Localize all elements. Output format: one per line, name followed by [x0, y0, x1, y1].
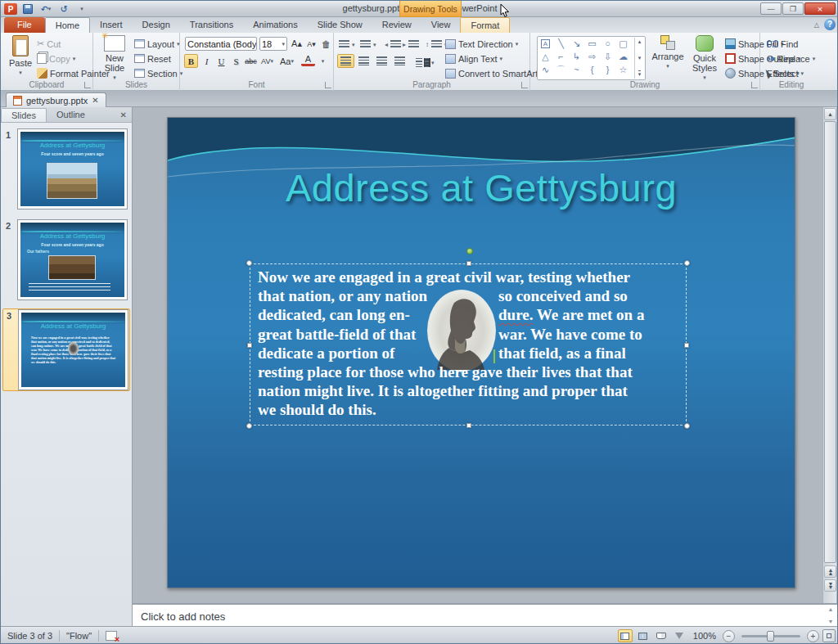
- italic-button[interactable]: I: [200, 54, 214, 68]
- bold-button[interactable]: B: [184, 54, 198, 68]
- fit-slide-to-window-button[interactable]: [822, 629, 836, 642]
- resize-handle-left[interactable]: [247, 343, 252, 348]
- clipboard-dialog-launcher-icon[interactable]: [84, 82, 91, 88]
- shape-triangle-icon[interactable]: △: [538, 50, 553, 63]
- minimize-button[interactable]: —: [760, 2, 782, 15]
- character-spacing-button[interactable]: AV▾: [260, 54, 274, 68]
- justify-button[interactable]: [391, 54, 408, 68]
- slide-thumbnail-1[interactable]: 1 Address at Gettysburg Four score and s…: [2, 128, 130, 211]
- notes-scrollbar[interactable]: ▲▼: [825, 606, 836, 624]
- resize-handle-bottom-left[interactable]: [246, 423, 252, 429]
- tab-outline[interactable]: Outline: [47, 108, 95, 122]
- align-center-button[interactable]: [355, 54, 372, 68]
- new-slide-button[interactable]: New Slide▾: [98, 35, 131, 81]
- copy-button[interactable]: Copy▾: [37, 52, 75, 65]
- increase-indent-button[interactable]: ▸: [403, 38, 419, 52]
- shape-left-brace-icon[interactable]: {: [584, 63, 600, 76]
- shape-right-brace-icon[interactable]: }: [600, 63, 615, 76]
- scroll-up-icon[interactable]: ▲: [824, 108, 836, 120]
- strikethrough-button[interactable]: abc: [244, 54, 258, 68]
- notes-pane[interactable]: Click to add notes ▲▼: [133, 603, 838, 626]
- resize-handle-top[interactable]: [466, 261, 471, 266]
- scrollbar-thumb[interactable]: [824, 121, 836, 563]
- shape-arc-icon[interactable]: ⌒: [553, 63, 569, 76]
- drawing-dialog-launcher-icon[interactable]: [751, 82, 758, 88]
- tab-insert[interactable]: Insert: [90, 17, 133, 33]
- resize-handle-bottom-right[interactable]: [684, 423, 690, 429]
- tab-view[interactable]: View: [421, 17, 461, 33]
- zoom-in-button[interactable]: +: [807, 630, 819, 642]
- document-tab[interactable]: gettysburg.pptx ✕: [6, 92, 106, 107]
- font-dialog-launcher-icon[interactable]: [325, 82, 331, 88]
- text-shadow-button[interactable]: S: [229, 54, 243, 68]
- resize-handle-top-right[interactable]: [684, 260, 690, 266]
- gallery-more-icon[interactable]: ▾: [638, 70, 642, 78]
- section-button[interactable]: Section▾: [134, 66, 182, 80]
- font-color-button[interactable]: A: [301, 54, 315, 66]
- cut-button[interactable]: ✂Cut: [37, 37, 61, 51]
- quick-styles-button[interactable]: Quick Styles▾: [687, 35, 722, 81]
- layout-button[interactable]: Layout▾: [134, 37, 180, 51]
- bullets-button[interactable]: ▾: [339, 38, 355, 52]
- shape-elbow-connector-icon[interactable]: ⌐: [553, 50, 569, 63]
- font-name-combo[interactable]: Constantia (Body▾: [185, 37, 257, 51]
- slide-title-text[interactable]: Address at Gettysburg: [168, 165, 795, 210]
- notes-scroll-up-icon[interactable]: ▲: [828, 606, 834, 612]
- columns-button[interactable]: ▾: [416, 56, 435, 70]
- arrange-button[interactable]: Arrange▾: [650, 35, 686, 81]
- slide-thumbnail-3-selected[interactable]: 3 Address at Gettysburg Now we are engag…: [2, 308, 130, 391]
- slideshow-view-button[interactable]: [672, 629, 687, 642]
- shapes-gallery-scrollbar[interactable]: ▴ ▾ ▾: [634, 38, 644, 79]
- zoom-slider[interactable]: [741, 635, 800, 637]
- document-tab-close-icon[interactable]: ✕: [92, 96, 98, 105]
- tab-review[interactable]: Review: [372, 17, 421, 33]
- underline-button[interactable]: U: [214, 54, 228, 68]
- font-color-dropdown[interactable]: ▾: [316, 54, 330, 68]
- shapes-gallery[interactable]: A ╲ ↘ ▭ ○ ▢ △ ⌐ ↳ ⇨ ⇩ ☁ ∿ ⌒ ~ { }: [537, 36, 646, 80]
- reading-view-button[interactable]: [654, 629, 669, 642]
- shape-textbox-icon[interactable]: A: [538, 37, 553, 50]
- tab-slides[interactable]: Slides: [1, 108, 47, 122]
- font-size-combo[interactable]: 18▾: [259, 37, 287, 51]
- notes-placeholder[interactable]: Click to add notes: [141, 610, 225, 623]
- zoom-slider-thumb[interactable]: [767, 631, 774, 642]
- text-direction-button[interactable]: Text Direction▾: [445, 37, 518, 51]
- restore-button[interactable]: ❐: [782, 2, 804, 15]
- resize-handle-bottom[interactable]: [466, 423, 471, 428]
- notes-scroll-down-icon[interactable]: ▼: [828, 619, 834, 624]
- resize-handle-top-left[interactable]: [246, 260, 252, 266]
- tab-slide-show[interactable]: Slide Show: [308, 17, 372, 33]
- shape-curve-icon[interactable]: ~: [569, 63, 584, 76]
- decrease-indent-button[interactable]: ◂: [385, 38, 401, 52]
- reset-button[interactable]: Reset: [134, 52, 171, 65]
- slide-body-text[interactable]: Now we are engaged in a great civil war,…: [258, 268, 695, 420]
- align-left-button[interactable]: [337, 54, 354, 68]
- clear-formatting-button[interactable]: 🗑: [319, 37, 333, 51]
- align-right-button[interactable]: [373, 54, 390, 68]
- slide-canvas[interactable]: Address at Gettysburg: [167, 117, 795, 588]
- next-slide-button[interactable]: ▼▼: [824, 579, 836, 592]
- slide-number-indicator[interactable]: Slide 3 of 3: [7, 631, 52, 641]
- shape-scribble-icon[interactable]: ∿: [538, 63, 553, 76]
- shrink-font-button[interactable]: A▾: [304, 37, 318, 51]
- shape-rounded-rectangle-icon[interactable]: ▢: [615, 37, 631, 50]
- gallery-down-icon[interactable]: ▾: [638, 55, 642, 61]
- shape-oval-icon[interactable]: ○: [600, 37, 615, 50]
- align-text-button[interactable]: Align Text▾: [445, 52, 502, 65]
- shape-arrow-icon[interactable]: ↘: [569, 37, 584, 50]
- shape-elbow-arrow-icon[interactable]: ↳: [569, 50, 584, 63]
- slide-thumbnail-2[interactable]: 2 Address at Gettysburg Four score and s…: [2, 219, 130, 302]
- rotation-handle[interactable]: [466, 248, 473, 254]
- shape-right-arrow-icon[interactable]: ⇨: [584, 50, 600, 63]
- paste-button[interactable]: Paste▾: [4, 35, 37, 81]
- slide-sorter-view-button[interactable]: [636, 629, 651, 642]
- previous-slide-button[interactable]: ▲▲: [824, 565, 836, 578]
- vertical-scrollbar[interactable]: ▲ ▲▲ ▼▼: [822, 107, 836, 603]
- zoom-level-value[interactable]: 100%: [693, 631, 716, 641]
- theme-name-indicator[interactable]: "Flow": [66, 631, 92, 641]
- tab-home[interactable]: Home: [45, 17, 90, 33]
- convert-smartart-button[interactable]: Convert to SmartArt▾: [445, 66, 543, 80]
- spell-check-icon[interactable]: [106, 631, 117, 641]
- shape-star-icon[interactable]: ☆: [615, 63, 631, 76]
- panel-close-icon[interactable]: ✕: [120, 110, 127, 119]
